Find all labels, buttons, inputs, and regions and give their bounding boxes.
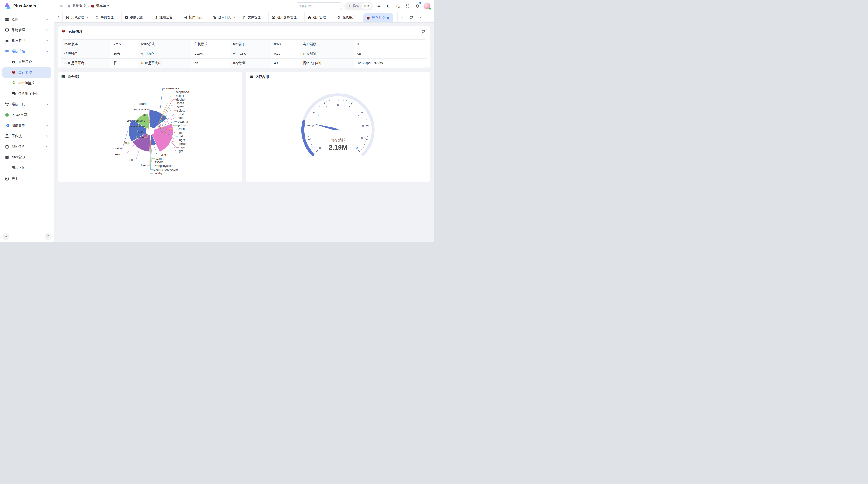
- tab-bar: 角色管理字典管理参数设置通知公告操作日志登录日志文件管理租户套餐管理租户管理在线…: [54, 12, 434, 23]
- tab-label: 字典管理: [100, 15, 114, 20]
- svg-text:hdel: hdel: [178, 116, 183, 120]
- command-stats-rose-chart[interactable]: smembersscript|loadhsetnxdbsizesscansetn…: [58, 82, 242, 182]
- svg-text:set: set: [115, 147, 119, 150]
- tab-文件管理[interactable]: 文件管理: [239, 12, 269, 23]
- tenant-select-input[interactable]: [296, 2, 342, 10]
- svg-text:zscore: zscore: [155, 161, 164, 164]
- sidebar-item-在线用户[interactable]: 在线用户: [2, 57, 51, 67]
- sidebar-item-gitee记录[interactable]: ¥gitee记录: [2, 152, 51, 162]
- close-icon[interactable]: [233, 16, 236, 19]
- tab-maximize-icon[interactable]: [425, 12, 434, 23]
- tab-操作日志[interactable]: 操作日志: [180, 12, 210, 23]
- info-value: 0B: [354, 49, 427, 58]
- app-logo-icon: [4, 2, 11, 10]
- close-icon[interactable]: [387, 17, 390, 19]
- close-icon[interactable]: [262, 16, 265, 19]
- breadcrumb-item-缓存监控[interactable]: redis缓存监控: [91, 4, 110, 8]
- sidebar-item-图片上传[interactable]: 图片上传: [2, 163, 51, 173]
- sidebar-item-测试菜单[interactable]: 测试菜单: [2, 121, 51, 131]
- sidebar-item-Admin监控[interactable]: springAdmin监控: [2, 78, 51, 88]
- tab-通知公告[interactable]: 通知公告: [151, 12, 180, 23]
- brand-row[interactable]: Plus Admin: [0, 0, 54, 12]
- sidebar-item-系统管理[interactable]: 系统管理: [2, 25, 51, 35]
- sidebar-item-label: 系统监控: [11, 49, 43, 54]
- sidebar-item-工作流[interactable]: 工作流: [2, 131, 51, 141]
- tab-角色管理[interactable]: 角色管理: [63, 12, 92, 23]
- tab-controls: [397, 12, 434, 23]
- close-icon[interactable]: [116, 16, 118, 19]
- tab-more-chevron-icon[interactable]: [416, 12, 425, 23]
- svg-text:10: 10: [354, 146, 358, 150]
- tab-缓存监控[interactable]: redis缓存监控: [363, 13, 393, 23]
- user-avatar-wrap[interactable]: [424, 2, 431, 10]
- tab-label: 租户管理: [313, 15, 326, 20]
- sidebar-collapse-button[interactable]: «: [3, 233, 9, 239]
- svg-text:C:\: C:\: [62, 77, 64, 78]
- sidebar-pin-button[interactable]: [44, 233, 51, 239]
- breadcrumb-item-系统监控[interactable]: 系统监控: [67, 4, 86, 8]
- gauge-chart-svg: 012345678910内存消耗2.19M: [246, 82, 430, 182]
- tab-在线用户[interactable]: 在线用户: [334, 12, 363, 23]
- info-label: tcp端口: [230, 39, 271, 49]
- refresh-icon[interactable]: [420, 28, 427, 35]
- info-label: 内存配置: [300, 49, 354, 58]
- close-icon[interactable]: [204, 16, 207, 19]
- loginlog-icon: [213, 16, 217, 19]
- sidebar-item-label: 概览: [11, 18, 43, 22]
- svg-text:¥: ¥: [6, 156, 8, 159]
- global-search-button[interactable]: 搜索 ⌘ K: [344, 2, 373, 10]
- sidebar-item-缓存监控[interactable]: redis缓存监控: [2, 67, 51, 77]
- sidebar-item-系统工具[interactable]: 系统工具: [2, 99, 51, 109]
- info-value: 2.19M: [191, 49, 230, 58]
- dark-mode-moon-icon[interactable]: [385, 2, 392, 10]
- svg-text:evalsha_ro: evalsha_ro: [131, 125, 145, 128]
- tab-登录日志[interactable]: 登录日志: [210, 12, 239, 23]
- close-icon[interactable]: [145, 16, 148, 19]
- breadcrumb-label: 系统监控: [72, 4, 86, 8]
- tab-label: 通知公告: [159, 15, 173, 20]
- close-icon[interactable]: [357, 16, 360, 19]
- info-value: 12.65kps/2.97kps: [354, 58, 427, 68]
- tab-scroll-left-icon[interactable]: [54, 12, 63, 23]
- close-icon[interactable]: [86, 16, 89, 19]
- svg-text:redis: redis: [92, 7, 94, 8]
- sidebar-item-系统监控[interactable]: 系统监控: [2, 46, 51, 56]
- sidebar-item-我的任务[interactable]: 我的任务: [2, 142, 51, 152]
- open-tabs: 角色管理字典管理参数设置通知公告操作日志登录日志文件管理租户套餐管理租户管理在线…: [63, 12, 397, 23]
- tab-参数设置[interactable]: 参数设置: [122, 12, 151, 23]
- svg-text:sadd: sadd: [138, 130, 145, 133]
- settings-gear-icon[interactable]: [375, 2, 382, 10]
- monitor-gray-icon: [67, 4, 71, 8]
- close-icon[interactable]: [328, 16, 331, 19]
- info-label: AOF是否开启: [61, 58, 111, 68]
- close-icon[interactable]: [174, 16, 177, 19]
- tab-字典管理[interactable]: 字典管理: [92, 12, 122, 23]
- tab-scroll-right-icon[interactable]: [397, 12, 406, 23]
- sidebar-item-租户管理[interactable]: 租户管理: [2, 36, 51, 46]
- fullscreen-icon[interactable]: [404, 2, 411, 10]
- memory-gauge-chart[interactable]: 012345678910内存消耗2.19M: [246, 82, 430, 182]
- svg-text:7: 7: [357, 113, 359, 117]
- notification-bell[interactable]: [414, 2, 421, 10]
- redis-info-title: redis信息: [67, 29, 82, 34]
- svg-text:publish: publish: [178, 124, 187, 127]
- svg-text:select: select: [177, 109, 185, 112]
- sidebar-item-关于[interactable]: 关于: [2, 173, 51, 184]
- sidebar-item-任务调度中心[interactable]: 任务调度中心: [2, 89, 51, 99]
- svg-text:evalsha: evalsha: [178, 120, 188, 123]
- tab-租户管理[interactable]: 租户管理: [305, 12, 334, 23]
- info-value: 49: [271, 58, 300, 68]
- my-tasks-icon: [5, 144, 9, 149]
- tab-租户套餐管理[interactable]: 租户套餐管理: [269, 12, 305, 23]
- breadcrumb-separator: ›: [88, 4, 89, 8]
- tab-refresh-icon[interactable]: [406, 12, 416, 23]
- chevron-down-icon: [45, 103, 49, 106]
- svg-text:pttl: pttl: [129, 158, 133, 161]
- sidebar-item-PLUS官网[interactable]: PLUS官网: [2, 110, 51, 120]
- language-translate-icon[interactable]: 文A: [395, 2, 402, 10]
- sidebar-item-概览[interactable]: 概览: [2, 14, 51, 25]
- svg-text:A: A: [398, 6, 400, 8]
- hamburger-menu-icon[interactable]: [57, 2, 65, 10]
- svg-text:scan: scan: [156, 157, 161, 160]
- close-icon[interactable]: [299, 16, 301, 19]
